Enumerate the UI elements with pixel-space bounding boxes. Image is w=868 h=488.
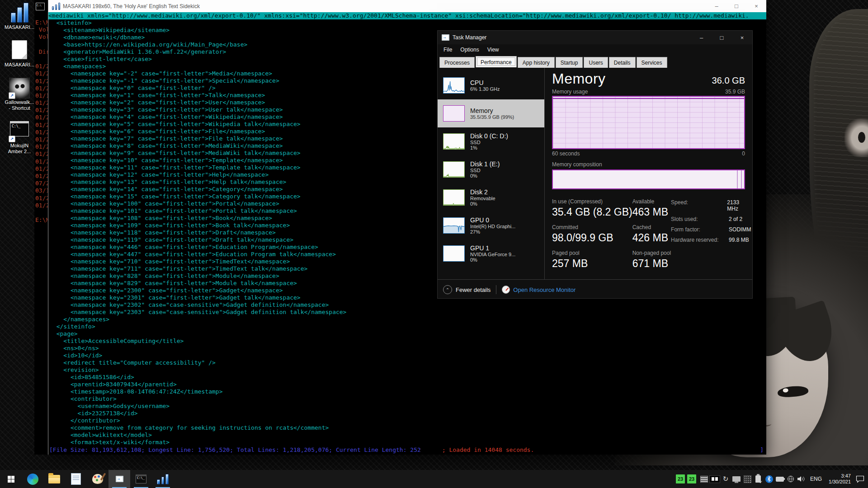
tm-sidebar-item-memory[interactable]: Memory35.5/35.9 GB (99%) xyxy=(438,99,544,127)
tab-details[interactable]: Details xyxy=(609,57,636,68)
tm-item-sub: Intel(R) HD Graphi... xyxy=(470,224,515,229)
code-line: <model>wikitext</model> xyxy=(48,432,766,439)
start-button[interactable] xyxy=(0,470,22,488)
taskbar-edge-button[interactable] xyxy=(22,470,43,488)
clock-time: 3:47 xyxy=(829,473,851,479)
desktop-icon-masakari-app[interactable]: MASAKARI... xyxy=(2,3,37,30)
resource-monitor-label: Open Resource Monitor xyxy=(513,286,576,293)
console-line: 07/2 xyxy=(35,180,48,187)
menu-options[interactable]: Options xyxy=(456,45,483,54)
tray-network-icon[interactable] xyxy=(785,470,796,488)
tray-display-icon[interactable] xyxy=(731,470,742,488)
tm-sidebar-item-cpu[interactable]: CPU6% 1.30 GHz xyxy=(438,71,544,99)
chevron-up-icon: ⌃ xyxy=(443,285,452,294)
code-line: <contributor> xyxy=(48,395,766,403)
console-line: Vol xyxy=(35,26,48,33)
taskbar-task-manager-button[interactable] xyxy=(108,470,130,488)
memory-usage-label: Memory usage xyxy=(552,89,588,95)
open-resource-monitor-link[interactable]: Open Resource Monitor xyxy=(502,286,576,294)
console-line: 01/2 xyxy=(35,114,48,121)
menu-view[interactable]: View xyxy=(483,45,503,54)
editor-close-button[interactable]: × xyxy=(746,0,766,12)
tray-power-icon[interactable] xyxy=(774,470,785,488)
menu-file[interactable]: File xyxy=(439,45,456,54)
action-center-icon[interactable] xyxy=(854,470,865,488)
non-paged-pool-value: 671 MB xyxy=(632,258,671,270)
desktop-icon-mokujin[interactable]: C:\_↗ MokujINAmber 2... xyxy=(2,121,37,155)
taskmgr-close-button[interactable]: × xyxy=(732,31,752,44)
memory-usage-graph xyxy=(552,96,745,149)
tray-letterbox-icon[interactable] xyxy=(709,470,720,488)
tray-volume-icon[interactable] xyxy=(796,470,807,488)
background-console-window[interactable]: C:\ E:\M Vol Vol Dir01/201/201/201/201/1… xyxy=(34,0,48,455)
tab-startup[interactable]: Startup xyxy=(556,57,583,68)
desktop-icon-label: MASAKARI... xyxy=(2,62,37,68)
tm-item-sub: NVIDIA GeForce 9... xyxy=(470,252,515,257)
tray-bluetooth-icon[interactable] xyxy=(764,470,774,488)
tray-grid-icon[interactable] xyxy=(742,470,753,488)
temperature-badge[interactable]: 23 xyxy=(676,474,685,483)
console-line: E:\M xyxy=(35,216,48,224)
tm-item-sub: 6% 1.30 GHz xyxy=(470,86,500,92)
tray-usb-icon[interactable] xyxy=(753,470,764,488)
memory-usage-fill xyxy=(553,97,744,148)
tm-sidebar-item-disk0[interactable]: Disk 0 (C: D:)SSD1% xyxy=(438,127,544,155)
tm-item-text: GPU 0Intel(R) HD Graphi...27% xyxy=(470,216,515,235)
task-manager-titlebar[interactable]: Task Manager – □ × xyxy=(438,31,752,44)
tray-list-icon[interactable] xyxy=(698,470,709,488)
taskmgr-minimize-button[interactable]: – xyxy=(691,31,712,44)
console-line: 01/2 xyxy=(35,85,48,92)
taskbar-cmd-button[interactable]: C:\_ xyxy=(130,470,152,488)
tm-sidebar-item-gpu1[interactable]: GPU 1NVIDIA GeForce 9...0% xyxy=(438,239,544,267)
tab-processes[interactable]: Processes xyxy=(439,57,475,68)
tab-app-history[interactable]: App history xyxy=(518,57,555,68)
available-value: 463 MB xyxy=(632,206,671,218)
artwork-eye xyxy=(844,118,868,157)
disk2-mini-graph xyxy=(443,189,465,206)
stat-label: Paged pool xyxy=(552,250,632,256)
taskbar-explorer-button[interactable] xyxy=(43,470,65,488)
tab-users[interactable]: Users xyxy=(584,57,608,68)
editor-highlighted-line: <mediawiki xmlns="http://www.mediawiki.o… xyxy=(48,12,766,19)
console-line: 01/2 xyxy=(35,173,48,180)
tm-item-name: GPU 1 xyxy=(470,244,515,252)
console-line: 03/1 xyxy=(35,187,48,194)
tray-sync-icon[interactable]: ↻ xyxy=(720,470,731,488)
task-manager-menubar: File Options View xyxy=(438,44,752,55)
temperature-badge[interactable]: 23 xyxy=(687,474,696,483)
desktop-icon-label: Gallowwalk...- Shortcut xyxy=(2,99,37,111)
code-line: <id>10</id> xyxy=(48,352,766,359)
taskbar-clock[interactable]: 3:47 1/30/2021 xyxy=(825,473,854,485)
tab-performance[interactable]: Performance xyxy=(476,56,517,67)
status-loaded-time: ; Loaded in 14048 seconds. xyxy=(442,446,534,454)
graph-time-axis-end: 0 xyxy=(742,150,745,157)
editor-minimize-button[interactable]: – xyxy=(707,0,726,12)
composition-divider xyxy=(737,170,738,188)
language-indicator[interactable]: ENG xyxy=(807,476,825,482)
code-line: <siteinfo> xyxy=(48,19,766,27)
memory-usage-max-label: 35.9 GB xyxy=(725,89,745,95)
paged-pool-value: 257 MB xyxy=(552,258,632,270)
console-line: Dir xyxy=(35,48,48,56)
editor-titlebar[interactable]: MASAKARI 198x60, The 'Holy Axe' English … xyxy=(48,0,766,12)
command-prompt-icon: C:\_ xyxy=(136,474,146,483)
fewer-details-button[interactable]: ⌃ Fewer details xyxy=(443,285,491,294)
code-line: <page> xyxy=(48,330,766,338)
desktop-icon-masakari-file[interactable]: MASAKARI... xyxy=(2,40,37,68)
taskbar-notepad-button[interactable] xyxy=(65,470,87,488)
tm-sidebar-item-disk2[interactable]: Disk 2Removable0% xyxy=(438,183,544,211)
console-line: 01/2 xyxy=(35,165,48,173)
taskbar-paint-button[interactable] xyxy=(87,470,108,488)
tm-item-sub: 27% xyxy=(470,229,515,235)
tm-sidebar-item-disk1[interactable]: Disk 1 (E:)SSD0% xyxy=(438,155,544,183)
tm-sidebar-item-gpu0[interactable]: GPU 0Intel(R) HD Graphi...27% xyxy=(438,211,544,239)
cached-value: 426 MB xyxy=(632,232,671,244)
editor-maximize-button[interactable]: □ xyxy=(726,0,746,12)
taskmgr-maximize-button[interactable]: □ xyxy=(712,31,732,44)
tm-item-sub: 0% xyxy=(470,257,515,263)
taskbar-masakari-button[interactable] xyxy=(152,470,174,488)
code-line: <redirect title="Computer accessibility"… xyxy=(48,359,766,366)
tab-services[interactable]: Services xyxy=(637,57,667,68)
notepad-icon xyxy=(71,473,81,485)
desktop-icon-gallowwalker[interactable]: ↗ Gallowwalk...- Shortcut xyxy=(2,78,37,111)
